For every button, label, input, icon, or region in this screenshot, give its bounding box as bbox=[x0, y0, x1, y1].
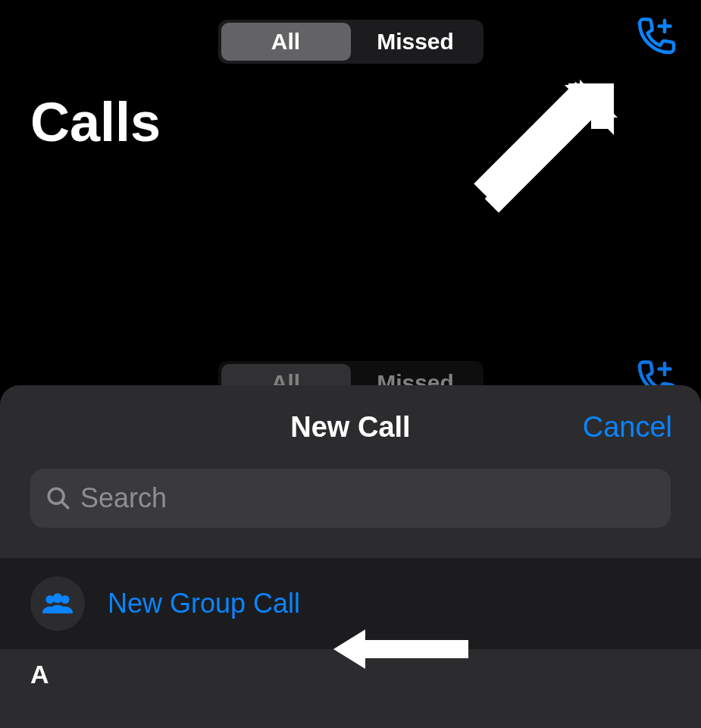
new-group-call-row[interactable]: New Group Call bbox=[0, 558, 701, 649]
tab-all[interactable]: All bbox=[221, 23, 351, 61]
new-call-sheet: New Call Cancel New Group Call A bbox=[0, 385, 701, 728]
svg-point-9 bbox=[45, 595, 54, 604]
svg-point-10 bbox=[53, 593, 63, 603]
calls-filter-segmented: All Missed bbox=[218, 20, 484, 64]
svg-line-8 bbox=[61, 501, 68, 508]
cancel-button[interactable]: Cancel bbox=[583, 411, 672, 444]
top-bar: All Missed bbox=[0, 0, 701, 68]
new-call-button[interactable] bbox=[633, 14, 678, 59]
page-title: Calls bbox=[0, 68, 701, 153]
new-group-call-label: New Group Call bbox=[108, 588, 300, 620]
sheet-title: New Call bbox=[290, 411, 410, 444]
search-field[interactable] bbox=[30, 469, 671, 528]
search-input[interactable] bbox=[80, 482, 656, 514]
search-icon bbox=[45, 485, 71, 511]
section-header-a: A bbox=[0, 649, 701, 704]
group-icon bbox=[41, 587, 74, 620]
phone-plus-icon bbox=[633, 14, 678, 59]
sheet-header: New Call Cancel bbox=[0, 385, 701, 469]
tab-missed[interactable]: Missed bbox=[351, 23, 480, 61]
group-avatar bbox=[30, 576, 85, 631]
svg-point-11 bbox=[61, 595, 70, 604]
